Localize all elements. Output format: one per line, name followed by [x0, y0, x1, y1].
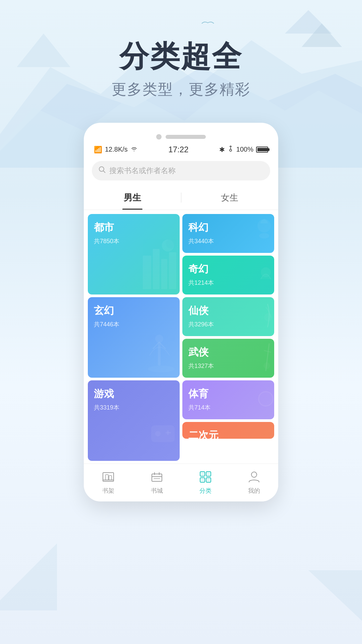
nav-label-categories: 分类	[199, 487, 212, 495]
phone-speaker-bar	[166, 135, 206, 139]
signal-icon: 📶	[94, 146, 102, 154]
mine-icon	[246, 469, 262, 485]
category-card-kehuan[interactable]: 科幻 共3440本	[182, 214, 274, 253]
phone-container: 📶 12.8K/s 17:22 ✱	[0, 123, 362, 501]
category-name-wuxia: 武侠	[188, 345, 268, 359]
svg-point-6	[230, 149, 232, 151]
hero-subtitle: 更多类型，更多精彩	[0, 79, 362, 99]
svg-rect-8	[143, 256, 151, 289]
bottom-nav: 书架 书城	[84, 464, 278, 501]
category-name-erciyuan: 二次元	[188, 429, 268, 439]
svg-rect-32	[206, 472, 211, 476]
status-right: ✱ 100%	[219, 146, 268, 154]
category-card-dushi[interactable]: 都市 共7850本	[88, 214, 180, 294]
status-bar: 📶 12.8K/s 17:22 ✱	[84, 140, 278, 158]
hero-title: 分类超全	[0, 40, 362, 73]
svg-rect-28	[106, 475, 108, 480]
phone-camera-dot	[156, 134, 162, 140]
svg-point-14	[148, 366, 175, 372]
hero-section: 分类超全 更多类型，更多精彩	[0, 0, 362, 113]
svg-rect-30	[152, 474, 162, 481]
categories-grid: 都市 共7850本	[84, 210, 278, 461]
category-card-tiyu[interactable]: 体育 共714本	[182, 380, 274, 419]
battery-icon	[256, 147, 268, 153]
category-name-tiyu: 体育	[188, 387, 268, 401]
bluetooth-icon: ✱	[219, 146, 225, 154]
status-time: 17:22	[168, 145, 188, 154]
search-placeholder-text: 搜索书名或作者名称	[109, 166, 176, 176]
category-name-qihuan: 奇幻	[188, 262, 268, 276]
shelf-icon	[101, 469, 116, 485]
category-card-wuxia[interactable]: 武侠 共1327本	[182, 339, 274, 378]
category-count-xuanhuan: 共7446本	[94, 320, 174, 328]
svg-rect-34	[206, 478, 211, 482]
category-card-erciyuan[interactable]: 二次元	[182, 422, 274, 439]
tab-female[interactable]: 女生	[181, 186, 279, 210]
category-name-dushi: 都市	[94, 221, 174, 234]
nav-item-store[interactable]: 书城	[149, 469, 165, 495]
svg-rect-9	[153, 249, 160, 289]
category-name-xuanhuan: 玄幻	[94, 304, 174, 318]
categories-icon	[198, 469, 213, 485]
svg-rect-17	[151, 425, 175, 442]
category-name-youxi: 游戏	[94, 387, 174, 401]
category-card-qihuan[interactable]: 奇幻 共1214本	[182, 256, 274, 294]
nav-label-mine: 我的	[248, 487, 260, 495]
svg-point-35	[251, 472, 257, 477]
network-speed: 12.8K/s	[105, 146, 128, 153]
categories-col-left: 都市 共7850本	[88, 214, 180, 461]
svg-rect-33	[200, 478, 205, 482]
nav-item-mine[interactable]: 我的	[246, 469, 262, 495]
nav-item-shelf[interactable]: 书架	[101, 469, 116, 495]
card-illustration-xuanhuan	[143, 322, 180, 378]
category-count-youxi: 共3319本	[94, 404, 174, 412]
category-count-kehuan: 共3440本	[188, 237, 268, 245]
category-count-xianxia: 共3296本	[188, 320, 268, 328]
category-count-qihuan: 共1214本	[188, 279, 268, 287]
category-count-tiyu: 共714本	[188, 404, 268, 412]
nav-item-categories[interactable]: 分类	[198, 469, 213, 495]
svg-point-18	[155, 431, 161, 436]
category-count-dushi: 共7850本	[94, 237, 174, 245]
store-icon	[149, 469, 165, 485]
search-bar[interactable]: 搜索书名或作者名称	[92, 161, 270, 180]
svg-rect-31	[200, 472, 205, 476]
mute-icon	[228, 146, 234, 153]
tab-male[interactable]: 男生	[84, 186, 181, 210]
wifi-icon	[130, 146, 138, 153]
category-count-wuxia: 共1327本	[188, 362, 268, 370]
svg-rect-29	[109, 476, 112, 480]
category-name-kehuan: 科幻	[188, 221, 268, 234]
phone-notch	[84, 129, 278, 140]
gender-tabs: 男生 女生	[84, 186, 278, 210]
svg-marker-36	[0, 543, 57, 610]
categories-col-right: 科幻 共3440本 奇幻 共1214本	[182, 214, 274, 461]
card-illustration-youxi	[146, 415, 180, 461]
nav-label-shelf: 书架	[102, 487, 114, 495]
search-icon	[99, 166, 106, 175]
category-card-xuanhuan[interactable]: 玄幻 共7446本	[88, 297, 180, 378]
status-left: 📶 12.8K/s	[94, 146, 138, 154]
svg-rect-10	[161, 259, 167, 289]
nav-label-store: 书城	[151, 487, 163, 495]
phone-mockup: 📶 12.8K/s 17:22 ✱	[84, 123, 278, 501]
svg-rect-11	[169, 252, 176, 289]
svg-rect-20	[167, 430, 169, 435]
svg-marker-37	[308, 570, 362, 627]
svg-rect-15	[158, 342, 161, 366]
battery-percent: 100%	[236, 146, 253, 153]
category-name-xianxia: 仙侠	[188, 304, 268, 318]
category-card-xianxia[interactable]: 仙侠 共3296本	[182, 297, 274, 336]
category-card-youxi[interactable]: 游戏 共3319本	[88, 380, 180, 461]
